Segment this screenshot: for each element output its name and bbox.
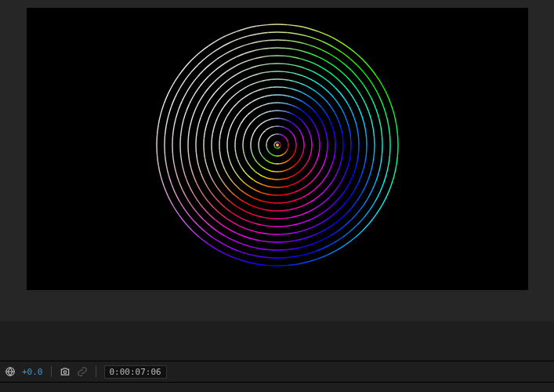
camera-icon[interactable] <box>58 365 72 379</box>
preview-area <box>0 0 554 321</box>
timecode-field[interactable]: 0:00:07:06 <box>104 365 167 379</box>
status-bar <box>0 382 554 392</box>
preview-toolbar: +0.0 0:00:07:06 <box>0 361 554 382</box>
link-icon <box>75 365 89 379</box>
separator <box>96 366 96 377</box>
composition-preview[interactable] <box>27 8 528 290</box>
separator <box>51 366 52 377</box>
svg-point-2 <box>63 371 67 374</box>
exposure-value[interactable]: +0.0 <box>20 367 45 377</box>
empty-panel <box>0 321 554 361</box>
app-root: +0.0 0:00:07:06 <box>0 0 554 392</box>
aperture-icon[interactable] <box>3 365 17 379</box>
svg-point-0 <box>276 143 279 147</box>
